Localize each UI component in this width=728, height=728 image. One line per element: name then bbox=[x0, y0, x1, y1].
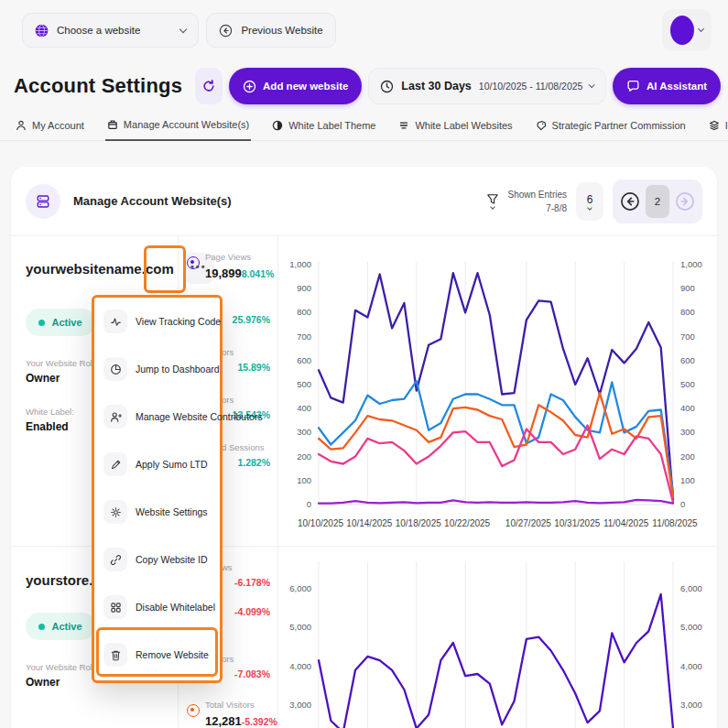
ai-assistant-button[interactable]: AI Assistant bbox=[613, 68, 721, 104]
status-badge: Active bbox=[26, 309, 95, 336]
tab-invoices[interactable]: Invoices bbox=[707, 115, 728, 140]
tab-white-label-websites[interactable]: White Label Websites bbox=[397, 115, 514, 140]
dashboard-icon bbox=[103, 357, 127, 381]
stat-change: 1.282% bbox=[237, 457, 270, 468]
tab-label: My Account bbox=[32, 120, 84, 131]
svg-text:4,000: 4,000 bbox=[289, 661, 311, 671]
date-range-picker[interactable]: Last 30 Days 10/10/2025 - 11/08/2025 bbox=[368, 68, 606, 104]
stat-value: 12,281 bbox=[205, 714, 242, 728]
filter-button[interactable] bbox=[486, 193, 499, 209]
stat-label: Page Views bbox=[205, 252, 251, 262]
site2-traffic-chart: 3,0003,0004,0004,0005,0005,0006,0006,000 bbox=[278, 547, 717, 728]
menu-item-website-settings[interactable]: Website Settings bbox=[94, 488, 220, 536]
tab-label: Manage Account Website(s) bbox=[124, 119, 249, 130]
panel-title: Manage Account Website(s) bbox=[73, 194, 232, 208]
svg-text:10/31/2025: 10/31/2025 bbox=[554, 518, 600, 528]
choose-website-dropdown[interactable]: Choose a website bbox=[22, 13, 199, 48]
tab-my-account[interactable]: My Account bbox=[14, 115, 86, 140]
chevron-down-icon bbox=[587, 205, 592, 211]
grid-icon bbox=[103, 595, 127, 619]
stat-change: -4.099% bbox=[234, 606, 270, 617]
chevron-down-icon bbox=[179, 25, 187, 32]
svg-text:800: 800 bbox=[297, 307, 311, 317]
stat-page-views: Page Views 19,899 8.041% bbox=[187, 247, 270, 295]
user-menu[interactable] bbox=[662, 9, 712, 51]
shown-entries-label: Shown Entries bbox=[508, 188, 567, 201]
svg-text:500: 500 bbox=[297, 379, 311, 389]
stat-value: 19,899 bbox=[205, 266, 242, 280]
status-label: Active bbox=[51, 621, 81, 632]
archive-icon bbox=[107, 119, 118, 130]
annotation-remove-website-highlight bbox=[96, 627, 218, 677]
svg-text:11/08/2025: 11/08/2025 bbox=[652, 518, 698, 528]
link-icon bbox=[103, 548, 127, 571]
svg-text:500: 500 bbox=[680, 379, 695, 389]
status-badge: Active bbox=[26, 613, 95, 640]
menu-item-disable-whitelabel[interactable]: Disable Whitelabel bbox=[94, 583, 220, 631]
add-user-icon bbox=[103, 405, 127, 429]
add-new-website-button[interactable]: Add new website bbox=[229, 68, 362, 104]
svg-text:10/22/2025: 10/22/2025 bbox=[444, 518, 490, 528]
svg-text:300: 300 bbox=[297, 427, 311, 437]
avatar bbox=[670, 16, 694, 45]
white-label: White Label: Enabled bbox=[26, 407, 74, 433]
page-title: Account Settings bbox=[14, 74, 182, 98]
database-icon bbox=[26, 184, 60, 219]
svg-text:0: 0 bbox=[307, 499, 311, 509]
svg-text:5,000: 5,000 bbox=[680, 622, 702, 632]
svg-text:10/10/2025: 10/10/2025 bbox=[298, 518, 343, 528]
menu-item-view-tracking-code[interactable]: View Tracking Code bbox=[94, 298, 220, 345]
refresh-button[interactable] bbox=[195, 68, 223, 104]
top-bar: Choose a website Previous Website bbox=[0, 0, 728, 57]
svg-text:0: 0 bbox=[680, 499, 685, 509]
tab-white-label-theme[interactable]: White Label Theme bbox=[270, 115, 377, 140]
svg-text:200: 200 bbox=[297, 451, 311, 462]
page-size-select[interactable]: 6 bbox=[576, 182, 603, 221]
contrast-icon bbox=[272, 120, 283, 131]
add-new-website-label: Add new website bbox=[263, 81, 348, 92]
page-size-value: 6 bbox=[587, 193, 593, 206]
date-range-value: 10/10/2025 - 11/08/2025 bbox=[479, 81, 583, 92]
previous-website-label: Previous Website bbox=[241, 25, 322, 36]
tab-strategic-partner-commission[interactable]: Strategic Partner Commission bbox=[534, 115, 688, 140]
menu-item-manage-website-contributors[interactable]: Manage Website Contributors bbox=[94, 393, 220, 440]
refresh-icon bbox=[201, 79, 216, 93]
svg-text:11/04/2025: 11/04/2025 bbox=[603, 518, 649, 528]
svg-text:1,000: 1,000 bbox=[289, 259, 311, 269]
svg-text:200: 200 bbox=[680, 451, 695, 462]
svg-text:10/18/2025: 10/18/2025 bbox=[396, 518, 441, 528]
white-label-value: Enabled bbox=[26, 420, 74, 433]
svg-text:900: 900 bbox=[297, 283, 311, 293]
stat-change: 25.976% bbox=[233, 314, 270, 325]
svg-text:300: 300 bbox=[680, 427, 695, 437]
previous-website-button[interactable]: Previous Website bbox=[206, 13, 335, 48]
svg-text:1,000: 1,000 bbox=[680, 259, 702, 269]
current-page[interactable]: 2 bbox=[646, 185, 669, 218]
settings-tabs: My Account Manage Account Website(s) Whi… bbox=[0, 110, 728, 141]
white-label-label: White Label: bbox=[26, 407, 74, 417]
tab-label: White Label Websites bbox=[415, 120, 512, 131]
svg-text:700: 700 bbox=[297, 331, 311, 342]
pagination: 2 bbox=[613, 179, 702, 223]
clock-icon bbox=[380, 80, 394, 93]
svg-text:700: 700 bbox=[680, 331, 695, 342]
menu-item-jump-to-dashboard[interactable]: Jump to Dashboard bbox=[94, 345, 220, 393]
menu-item-copy-website-id[interactable]: Copy Website ID bbox=[94, 536, 220, 583]
svg-text:4,000: 4,000 bbox=[680, 661, 702, 671]
next-page-button[interactable] bbox=[673, 185, 697, 218]
stat-indicator-icon bbox=[187, 256, 200, 269]
arrow-left-circle-icon bbox=[219, 24, 233, 38]
website-options-menu: View Tracking Code Jump to Dashboard Man… bbox=[92, 295, 223, 683]
svg-text:900: 900 bbox=[680, 283, 695, 293]
svg-text:10/14/2025: 10/14/2025 bbox=[346, 518, 392, 528]
site1-traffic-chart: 0010010020020030030040040050050060060070… bbox=[278, 236, 717, 546]
menu-item-apply-sumo-ltd[interactable]: Apply Sumo LTD bbox=[94, 440, 220, 488]
gear-icon bbox=[103, 500, 127, 524]
stat-change: -6.178% bbox=[234, 577, 270, 588]
svg-text:10/27/2025: 10/27/2025 bbox=[505, 518, 551, 528]
plus-circle-icon bbox=[243, 80, 256, 93]
previous-page-button[interactable] bbox=[618, 185, 642, 218]
lines-icon bbox=[398, 120, 409, 131]
tab-manage-account-websites[interactable]: Manage Account Website(s) bbox=[105, 115, 251, 141]
chevron-down-icon bbox=[490, 204, 495, 210]
